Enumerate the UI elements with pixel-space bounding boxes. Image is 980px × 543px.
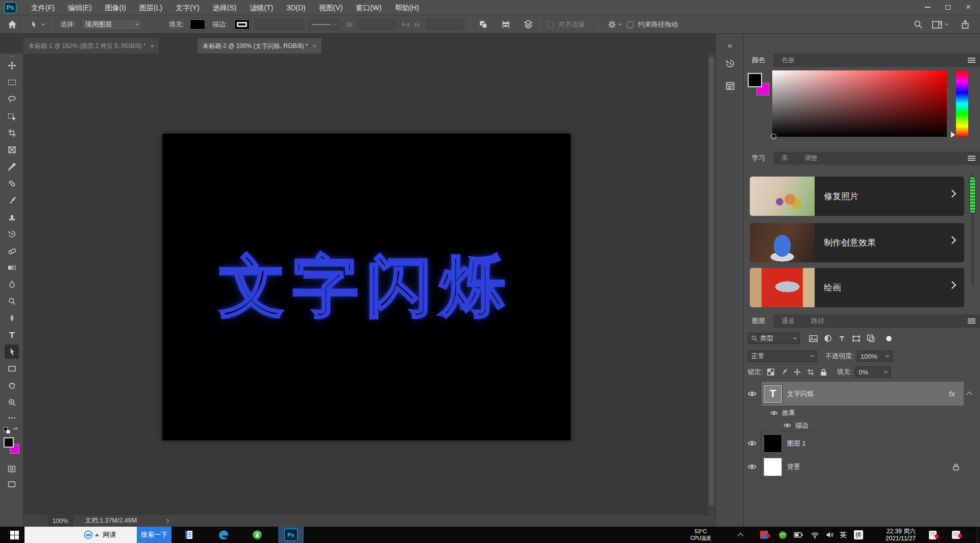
path-operations-button[interactable] <box>479 19 488 30</box>
properties-panel-button[interactable] <box>723 79 737 93</box>
tray-notification-app-1[interactable] <box>926 527 939 543</box>
taskbar-clock[interactable]: 22:39 周六 2021/11/27 <box>874 527 916 543</box>
taskbar-notes-app[interactable] <box>180 527 198 543</box>
tab2-close-icon[interactable]: × <box>312 42 316 50</box>
current-tool-button[interactable] <box>30 19 44 30</box>
tab-channels[interactable]: 通道 <box>773 314 803 328</box>
minimize-button[interactable] <box>919 0 936 14</box>
screen-mode-button[interactable] <box>5 477 19 491</box>
menu-file[interactable]: 文件(F) <box>24 0 61 15</box>
tool-gradient[interactable] <box>5 260 19 275</box>
share-button[interactable] <box>961 19 970 30</box>
stroke-width-input[interactable] <box>255 19 304 30</box>
filter-adjustment-layers-icon[interactable] <box>824 334 832 342</box>
hue-strip[interactable] <box>956 70 968 137</box>
lock-artboard-icon[interactable] <box>807 368 814 376</box>
fill-scrubber[interactable] <box>880 366 891 378</box>
language-indicator[interactable]: 英 <box>838 527 848 543</box>
canvas-workspace[interactable]: 文字闪烁 <box>23 54 707 514</box>
tool-spot-healing-brush[interactable] <box>5 176 19 190</box>
menu-layer[interactable]: 图层(L) <box>133 0 169 15</box>
foreground-color-swatch[interactable] <box>4 437 14 448</box>
color-panel-menu-icon[interactable] <box>968 58 975 63</box>
tool-brush[interactable] <box>5 193 19 207</box>
text-layer-thumbnail[interactable]: T <box>764 385 782 403</box>
home-button[interactable] <box>7 19 17 30</box>
tray-expand-chevron[interactable] <box>735 527 746 543</box>
opacity-input[interactable]: 100% <box>857 351 881 362</box>
tool-frame[interactable] <box>5 142 19 157</box>
effects-label[interactable]: 效果 <box>782 408 795 417</box>
tool-history-brush[interactable] <box>5 227 19 241</box>
stroke-effect-label[interactable]: 描边 <box>795 421 808 430</box>
menu-3d[interactable]: 3D(D) <box>280 0 312 15</box>
select-mode-dropdown[interactable]: 现用图层 <box>82 19 142 30</box>
toolbar-ellipsis[interactable] <box>5 411 19 425</box>
taskbar-search-box[interactable]: 网课 搜索一下 <box>24 527 172 543</box>
filter-shape-layers-icon[interactable] <box>852 335 861 342</box>
menu-help[interactable]: 帮助(H) <box>388 0 426 15</box>
tool-pen[interactable] <box>5 311 19 325</box>
learn-panel-menu-icon[interactable] <box>968 156 975 161</box>
expand-panels-button[interactable]: « <box>723 38 737 52</box>
document-tab-2[interactable]: 未标题-2 @ 100% (文字闪烁, RGB/8) * × <box>198 38 322 54</box>
document-tab-1[interactable]: 未标题-1 @ 162% (图层 2 拷贝 5, RGB/8) * × <box>23 38 160 54</box>
color-picker-ring-icon[interactable] <box>771 134 776 139</box>
fill-swatch[interactable] <box>190 19 205 30</box>
status-bar-chevron-icon[interactable] <box>165 519 169 523</box>
search-button[interactable] <box>914 19 923 30</box>
menu-edit[interactable]: 编辑(E) <box>61 0 99 15</box>
visibility-eye[interactable] <box>744 455 761 478</box>
menu-select[interactable]: 选择(S) <box>206 0 243 15</box>
menu-window[interactable]: 窗口(W) <box>349 0 388 15</box>
search-go-button[interactable]: 搜索一下 <box>137 527 172 543</box>
fill-opacity-input[interactable]: 0% <box>855 366 879 378</box>
width-input[interactable] <box>358 19 396 30</box>
tool-eyedropper[interactable] <box>5 159 19 174</box>
tool-zoom[interactable] <box>5 395 19 409</box>
layer-name[interactable]: 图层 1 <box>787 439 806 448</box>
link-dimensions-button[interactable] <box>401 19 410 30</box>
menu-image[interactable]: 图像(I) <box>99 0 133 15</box>
constrain-path-checkbox[interactable] <box>627 19 633 30</box>
tray-volume[interactable] <box>824 527 836 543</box>
show-desktop-button[interactable] <box>977 527 980 543</box>
tool-clone-stamp[interactable] <box>5 210 19 224</box>
filter-smart-objects-icon[interactable] <box>867 334 875 342</box>
tool-crop[interactable] <box>5 126 19 140</box>
tool-rectangular-marquee[interactable] <box>5 75 19 89</box>
tool-move[interactable] <box>5 58 19 72</box>
opacity-scrubber[interactable] <box>883 351 893 362</box>
layer-row-background[interactable]: 背景 <box>744 455 980 479</box>
history-panel-button[interactable] <box>723 56 737 70</box>
tab1-close-icon[interactable]: × <box>151 42 155 50</box>
filter-pixel-layers-icon[interactable] <box>809 335 818 342</box>
tab-layers[interactable]: 图层 <box>744 314 773 328</box>
visibility-eye[interactable] <box>744 432 761 455</box>
learn-card-painting[interactable]: 绘画 <box>750 268 964 307</box>
filter-toggle-switch[interactable] <box>885 335 893 342</box>
layer-fx-badge[interactable]: fx <box>949 389 955 398</box>
search-query-text[interactable]: 网课 <box>103 530 116 539</box>
tool-eraser[interactable] <box>5 243 19 258</box>
tab-swatches[interactable]: 色板 <box>773 54 803 67</box>
tool-lasso[interactable] <box>5 92 19 106</box>
start-button[interactable] <box>5 527 23 543</box>
tray-wifi[interactable] <box>808 527 821 543</box>
taskbar-green-browser[interactable] <box>248 527 266 543</box>
layer-row-black[interactable]: 图层 1 <box>744 432 980 455</box>
tool-type[interactable] <box>5 328 19 342</box>
document-canvas[interactable]: 文字闪烁 <box>162 134 571 440</box>
close-button[interactable]: × <box>960 0 977 14</box>
ime-indicator[interactable]: 拼 <box>852 527 865 543</box>
tool-dodge[interactable] <box>5 294 19 308</box>
stroke-type-dropdown[interactable] <box>308 19 340 30</box>
zoom-level-field[interactable]: 100% <box>48 516 73 526</box>
layer-row-text[interactable]: T 文字闪烁 fx <box>744 382 980 406</box>
lock-transparency-icon[interactable] <box>767 368 774 376</box>
layer-name[interactable]: 背景 <box>787 462 800 472</box>
tab-adjustments[interactable]: 调整 <box>796 152 826 165</box>
default-swatches-widget[interactable] <box>4 427 20 434</box>
layers-panel-menu-icon[interactable] <box>968 318 975 324</box>
taskbar-photoshop-active[interactable]: Ps <box>278 527 304 543</box>
